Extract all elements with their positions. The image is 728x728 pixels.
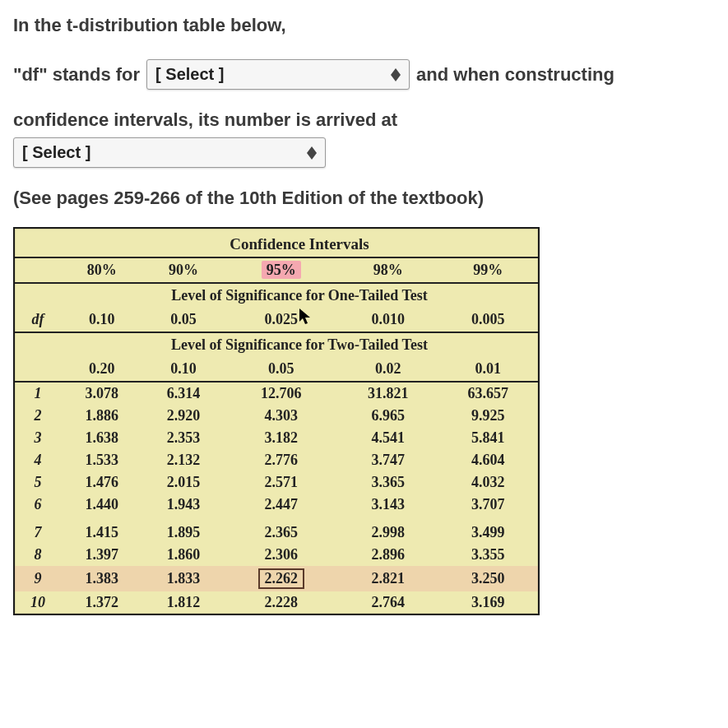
t-value: 2.764 bbox=[338, 591, 438, 614]
alpha-one-tailed: 0.010 bbox=[338, 308, 438, 332]
question-line-2: confidence intervals, its number is arri… bbox=[13, 109, 715, 168]
t-value: 1.886 bbox=[61, 405, 142, 427]
chevron-up-down-icon bbox=[391, 68, 401, 81]
df-cell: 4 bbox=[15, 449, 61, 471]
alpha-one-tailed: 0.005 bbox=[438, 308, 538, 332]
question-line-1: "df" stands for [ Select ] and when cons… bbox=[13, 59, 715, 90]
t-value: 3.169 bbox=[438, 591, 538, 614]
alpha-one-tailed: 0.025 bbox=[225, 308, 339, 332]
intro-text: In the t-distribution table below, bbox=[13, 15, 715, 36]
ci-header: 95% bbox=[225, 257, 339, 283]
t-value: 5.841 bbox=[438, 427, 538, 449]
t-value: 2.353 bbox=[142, 427, 224, 449]
alpha-two-tailed: 0.02 bbox=[338, 357, 438, 382]
t-value: 1.372 bbox=[61, 591, 142, 614]
df-cell: 2 bbox=[15, 405, 61, 427]
cursor-icon bbox=[299, 308, 313, 325]
t-value: 2.365 bbox=[225, 516, 339, 544]
t-value: 4.604 bbox=[438, 449, 538, 471]
df-cell: 3 bbox=[15, 427, 61, 449]
t-value: 1.533 bbox=[61, 449, 142, 471]
ci-header: 90% bbox=[142, 257, 224, 283]
t-value: 63.657 bbox=[438, 382, 538, 405]
t-value: 2.776 bbox=[225, 449, 339, 471]
df-cell: 9 bbox=[15, 566, 61, 591]
t-value: 2.306 bbox=[225, 544, 339, 566]
t-value: 2.998 bbox=[338, 516, 438, 544]
ci-header: 80% bbox=[61, 257, 142, 283]
t-value: 3.499 bbox=[438, 516, 538, 544]
alpha-one-tailed: 0.05 bbox=[142, 308, 224, 332]
one-tailed-label: Level of Significance for One-Tailed Tes… bbox=[61, 283, 538, 308]
t-value: 1.812 bbox=[142, 591, 224, 614]
df-cell: 5 bbox=[15, 471, 61, 494]
line1-prefix: "df" stands for bbox=[13, 64, 140, 86]
t-value: 2.228 bbox=[225, 591, 339, 614]
df-cell: 1 bbox=[15, 382, 61, 405]
t-value: 6.314 bbox=[142, 382, 224, 405]
t-value: 3.078 bbox=[61, 382, 142, 405]
t-value: 1.383 bbox=[61, 566, 142, 591]
t-value: 3.143 bbox=[338, 494, 438, 516]
t-value: 1.638 bbox=[61, 427, 142, 449]
t-value: 12.706 bbox=[225, 382, 339, 405]
t-distribution-table: Confidence Intervals 80% 90% 95% 98% 99%… bbox=[13, 227, 540, 615]
t-value: 1.415 bbox=[61, 516, 142, 544]
svg-marker-1 bbox=[391, 75, 401, 81]
t-value: 3.707 bbox=[438, 494, 538, 516]
t-value: 3.250 bbox=[438, 566, 538, 591]
alpha-two-tailed: 0.20 bbox=[61, 357, 142, 382]
ci-header: 99% bbox=[438, 257, 538, 283]
t-value: 1.860 bbox=[142, 544, 224, 566]
chevron-up-down-icon bbox=[307, 146, 317, 160]
select-df-meaning-label: [ Select ] bbox=[155, 65, 224, 84]
t-value: 2.447 bbox=[225, 494, 339, 516]
t-value: 2.132 bbox=[142, 449, 224, 471]
df-label: df bbox=[15, 308, 61, 332]
df-cell: 10 bbox=[15, 591, 61, 614]
ci-header: 98% bbox=[338, 257, 438, 283]
select-df-formula[interactable]: [ Select ] bbox=[13, 137, 326, 168]
t-value: 4.541 bbox=[338, 427, 438, 449]
df-cell: 6 bbox=[15, 494, 61, 516]
df-cell: 7 bbox=[15, 516, 61, 544]
t-value: 1.440 bbox=[61, 494, 142, 516]
line2-prefix: confidence intervals, its number is arri… bbox=[13, 109, 397, 131]
svg-marker-4 bbox=[299, 308, 310, 324]
t-value: 2.571 bbox=[225, 471, 339, 494]
t-value: 31.821 bbox=[338, 382, 438, 405]
alpha-two-tailed: 0.05 bbox=[225, 357, 339, 382]
alpha-one-tailed: 0.10 bbox=[61, 308, 142, 332]
two-tailed-label: Level of Significance for Two-Tailed Tes… bbox=[61, 332, 538, 357]
t-value: 2.920 bbox=[142, 405, 224, 427]
t-value: 3.747 bbox=[338, 449, 438, 471]
reference-text: (See pages 259-266 of the 10th Edition o… bbox=[13, 188, 715, 209]
t-value: 1.476 bbox=[61, 471, 142, 494]
t-value: 3.365 bbox=[338, 471, 438, 494]
t-value-highlighted: 2.262 bbox=[225, 566, 339, 591]
table-title: Confidence Intervals bbox=[61, 229, 538, 257]
t-value: 1.397 bbox=[61, 544, 142, 566]
select-df-meaning[interactable]: [ Select ] bbox=[146, 59, 410, 90]
alpha-two-tailed: 0.01 bbox=[438, 357, 538, 382]
df-cell: 8 bbox=[15, 544, 61, 566]
t-value: 1.895 bbox=[142, 516, 224, 544]
alpha-two-tailed: 0.10 bbox=[142, 357, 224, 382]
svg-marker-0 bbox=[391, 68, 401, 75]
t-value: 1.833 bbox=[142, 566, 224, 591]
t-value: 2.015 bbox=[142, 471, 224, 494]
line1-suffix: and when constructing bbox=[416, 64, 614, 86]
select-df-formula-label: [ Select ] bbox=[22, 143, 90, 162]
t-value: 1.943 bbox=[142, 494, 224, 516]
t-value: 2.821 bbox=[338, 566, 438, 591]
t-value: 4.032 bbox=[438, 471, 538, 494]
svg-marker-3 bbox=[307, 153, 317, 160]
t-value: 4.303 bbox=[225, 405, 339, 427]
t-value: 3.355 bbox=[438, 544, 538, 566]
t-value: 6.965 bbox=[338, 405, 438, 427]
svg-marker-2 bbox=[307, 146, 317, 153]
t-value: 2.896 bbox=[338, 544, 438, 566]
t-value: 3.182 bbox=[225, 427, 339, 449]
t-value: 9.925 bbox=[438, 405, 538, 427]
